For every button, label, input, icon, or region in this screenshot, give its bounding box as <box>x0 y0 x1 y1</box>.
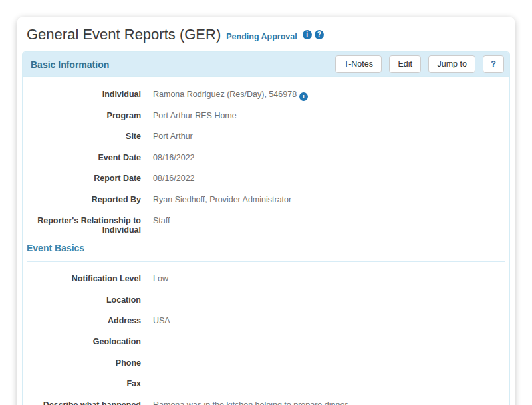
field-value <box>153 358 501 358</box>
page-header: General Event Reports (GER) Pending Appr… <box>22 22 510 51</box>
field-value: Ryan Siedhoff, Provider Administrator <box>153 194 501 205</box>
field-value: 08/16/2022 <box>153 152 501 163</box>
field-value-text: 08/16/2022 <box>153 174 195 183</box>
help-button[interactable]: ? <box>483 55 504 73</box>
field-label: Notification Level <box>31 273 141 284</box>
field-row: Notification Level Low <box>31 273 501 295</box>
t-notes-button[interactable]: T-Notes <box>335 55 382 73</box>
field-row: Fax <box>31 378 501 400</box>
field-row: Reported By Ryan Siedhoff, Provider Admi… <box>31 194 501 215</box>
status-badge: Pending Approval <box>226 32 297 41</box>
panel-body: Individual Ramona Rodriguez (Res/Day), 5… <box>23 77 509 405</box>
field-value <box>153 295 501 295</box>
field-value <box>153 378 501 379</box>
event-basics-fields: Notification Level Low Location Address … <box>31 273 501 405</box>
field-label: Fax <box>31 378 141 389</box>
field-value-text: Port Arthur <box>153 132 193 141</box>
info-icon[interactable]: i <box>303 30 312 39</box>
field-row: Describe what happened before the event … <box>31 400 501 405</box>
field-label: Geolocation <box>31 337 141 347</box>
field-row: Geolocation <box>31 337 501 358</box>
field-value-text: Low <box>153 274 168 283</box>
field-value: Port Arthur RES Home <box>153 110 501 121</box>
info-icon[interactable]: i <box>299 92 308 101</box>
field-row: Address USA <box>31 315 501 337</box>
field-value-text: Ramona was in the kitchen helping to pre… <box>153 400 349 405</box>
section-heading-event-basics: Event Basics <box>27 243 505 253</box>
panel-heading-buttons: T-Notes Edit Jump to ? <box>331 55 504 73</box>
field-row: Reporter's Relationship to Individual St… <box>31 215 501 237</box>
field-label: Report Date <box>31 173 141 184</box>
basic-information-panel: Basic Information T-Notes Edit Jump to ?… <box>22 51 510 405</box>
field-label: Address <box>31 315 141 326</box>
field-label: Event Date <box>31 152 141 163</box>
field-row: Event Date 08/16/2022 <box>31 152 501 174</box>
field-value: Ramona was in the kitchen helping to pre… <box>153 400 501 405</box>
field-value: USA <box>153 315 501 326</box>
field-label: Phone <box>31 358 141 368</box>
help-icon[interactable]: ? <box>315 30 324 39</box>
field-row: Site Port Arthur <box>31 131 501 152</box>
field-row: Program Port Arthur RES Home <box>31 110 501 132</box>
field-row: Phone <box>31 358 501 379</box>
field-value-text: Ramona Rodriguez (Res/Day), 546978 <box>153 90 297 99</box>
title-icons: i ? <box>303 30 324 39</box>
field-value-text: Staff <box>153 216 170 225</box>
ger-report-card: General Event Reports (GER) Pending Appr… <box>17 17 515 405</box>
field-value: 08/16/2022 <box>153 173 501 184</box>
field-label: Reported By <box>31 194 141 205</box>
field-value <box>153 337 501 337</box>
basic-fields: Individual Ramona Rodriguez (Res/Day), 5… <box>31 89 501 236</box>
field-value: Staff <box>153 215 501 226</box>
field-row: Location <box>31 295 501 316</box>
field-row: Individual Ramona Rodriguez (Res/Day), 5… <box>31 89 501 110</box>
field-value: Low <box>153 273 501 284</box>
field-value-text: Port Arthur RES Home <box>153 111 237 120</box>
jump-to-button[interactable]: Jump to <box>428 55 475 73</box>
field-value: Ramona Rodriguez (Res/Day), 546978i <box>153 89 501 101</box>
field-row: Report Date 08/16/2022 <box>31 173 501 194</box>
panel-heading: Basic Information T-Notes Edit Jump to ? <box>23 52 509 77</box>
field-label: Location <box>31 295 141 305</box>
field-value: Port Arthur <box>153 131 501 142</box>
edit-button[interactable]: Edit <box>389 55 421 73</box>
field-label: Individual <box>31 89 141 100</box>
field-value-text: 08/16/2022 <box>153 153 195 162</box>
field-label: Describe what happened before the event <box>31 400 141 405</box>
page-title: General Event Reports (GER) <box>27 26 221 43</box>
panel-title: Basic Information <box>31 59 331 70</box>
field-label: Reporter's Relationship to Individual <box>31 215 141 235</box>
field-label: Program <box>31 110 141 121</box>
field-value-text: USA <box>153 316 170 325</box>
field-value-text: Ryan Siedhoff, Provider Administrator <box>153 195 291 204</box>
section-divider <box>27 261 505 262</box>
field-label: Site <box>31 131 141 142</box>
